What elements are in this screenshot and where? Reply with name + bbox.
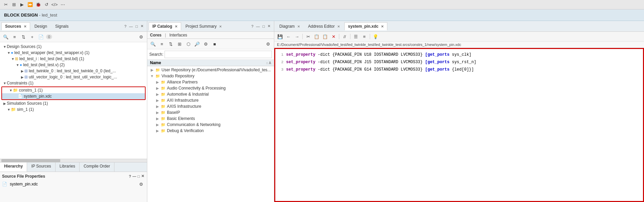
axi-arrow[interactable]: ▶	[155, 98, 159, 103]
copy-code-btn[interactable]: 📋	[313, 33, 320, 40]
user-repo-arrow[interactable]: ▶	[150, 68, 154, 72]
tree-system-pin-xdc[interactable]: 📄 system_pin.xdc	[2, 93, 145, 99]
tree-constrs-1[interactable]: ▼ 📁 constrs_1 (1)	[2, 87, 145, 93]
expand-wrapper-icon[interactable]: ▼	[7, 51, 11, 55]
ip-find-btn[interactable]: 🔎	[193, 40, 201, 48]
tab-hierarchy[interactable]: Hierarchy	[0, 162, 27, 172]
xdc-tab-close[interactable]: ✕	[381, 25, 384, 28]
baseip-arrow[interactable]: ▶	[155, 110, 159, 115]
ip-search-btn[interactable]: 🔍	[149, 40, 157, 48]
redo-btn[interactable]: →	[293, 33, 301, 40]
tab-address-editor[interactable]: Address Editor ✕	[304, 22, 344, 30]
save-file-btn[interactable]: 💾	[276, 33, 284, 40]
expand-led-twinkle-icon[interactable]: ▶	[20, 69, 24, 73]
mid-maximize-btn[interactable]: □	[262, 24, 265, 29]
auto-arrow[interactable]: ▶	[155, 92, 159, 97]
ip-audio[interactable]: ▶ 📁 Audio Connectivity & Processing	[147, 85, 274, 91]
interfaces-tab[interactable]: Interfaces	[169, 33, 187, 37]
ip-search-input[interactable]	[165, 51, 272, 58]
tab-sources[interactable]: Sources ✕	[1, 22, 30, 30]
settings-gear-btn[interactable]: ⚙	[137, 33, 145, 41]
scissors-icon[interactable]: ✂	[3, 2, 9, 8]
tab-ip-sources[interactable]: IP Sources	[27, 162, 55, 172]
tab-diagram[interactable]: Diagram ✕	[276, 22, 304, 30]
expand-constrs-icon[interactable]: ▼	[9, 89, 13, 92]
mid-help-btn[interactable]: ?	[251, 24, 254, 29]
expand-led-test-i-icon[interactable]: ▼	[11, 57, 15, 61]
refresh-icon[interactable]: ↺	[43, 2, 49, 8]
source-props-maximize[interactable]: □	[137, 174, 141, 179]
close-btn[interactable]: ✕	[140, 23, 144, 29]
tab-signals[interactable]: Signals	[51, 22, 72, 30]
source-props-close[interactable]: ✕	[141, 173, 145, 179]
basic-arrow[interactable]: ▶	[155, 117, 159, 121]
ip-axis-infra[interactable]: ▶ 📁 AXIS Infrastructure	[147, 103, 274, 109]
source-props-minimize[interactable]: —	[132, 174, 137, 179]
ip-catalog-close[interactable]: ✕	[175, 25, 177, 28]
tree-design-sources[interactable]: ▼ Design Sources (1)	[0, 44, 147, 50]
copy-icon[interactable]: ⊞	[11, 2, 17, 8]
collapse-btn[interactable]: ≡	[11, 33, 18, 41]
ip-settings-btn[interactable]: ⚙	[202, 40, 210, 48]
address-editor-close[interactable]: ✕	[337, 25, 340, 28]
expand-constraints-icon[interactable]: ▼	[3, 81, 7, 85]
tab-system-pin-xdc[interactable]: system_pin.xdc ✕	[344, 22, 387, 30]
source-props-help[interactable]: ?	[128, 174, 132, 179]
expand-design-sources-icon[interactable]: ▼	[3, 45, 7, 49]
minimize-btn[interactable]: —	[128, 24, 133, 29]
ip-comms[interactable]: ▶ 📁 Communication & Networking	[147, 122, 274, 128]
ip-vivado-repository[interactable]: ▼ 📁 Vivado Repository	[147, 73, 274, 79]
help-btn[interactable]: ?	[124, 24, 127, 29]
tab-libraries[interactable]: Libraries	[56, 162, 80, 172]
fast-forward-icon[interactable]: ⏩	[27, 2, 33, 8]
code-editor[interactable]: 1 set_property -dict {PACKAGE_PIN U18 IO…	[274, 48, 644, 202]
ip-gear-btn[interactable]: ⚙	[264, 40, 272, 48]
audio-arrow[interactable]: ▶	[155, 86, 159, 91]
ip-basic-elements[interactable]: ▶ 📁 Basic Elements	[147, 116, 274, 122]
cut-btn[interactable]: ✂	[304, 33, 312, 40]
tab-compile-order[interactable]: Compile Order	[80, 162, 114, 172]
tab-sources-close[interactable]: ✕	[24, 25, 26, 28]
indent-btn[interactable]: ☰	[352, 33, 360, 40]
tree-led-twinkle[interactable]: ▶ ⊞ led_twinkle_0 : led_test_led_twinkle…	[0, 68, 147, 74]
outdent-btn[interactable]: ≡	[361, 33, 368, 40]
ip-grid-btn[interactable]: ⊞	[176, 40, 183, 48]
ip-debug[interactable]: ▶ 📁 Debug & Verification	[147, 128, 274, 134]
tab-ip-catalog[interactable]: IP Catalog ✕	[149, 22, 181, 30]
comment-btn[interactable]: //	[341, 33, 348, 40]
add-btn[interactable]: +	[28, 33, 36, 41]
run-icon[interactable]: ▶	[19, 2, 25, 8]
maximize-btn[interactable]: □	[135, 24, 138, 29]
paste-btn[interactable]: 📋	[321, 33, 329, 40]
delete-btn[interactable]: ✕	[330, 33, 337, 40]
expand-util-vector-icon[interactable]: ▶	[20, 75, 24, 79]
expand-sim-icon[interactable]: ▶	[3, 102, 7, 105]
debug-icon[interactable]: 🐞	[35, 2, 41, 8]
tree-constraints[interactable]: ▼ Constraints (1)	[0, 80, 147, 86]
ip-connect-btn[interactable]: ⬡	[185, 40, 192, 48]
ip-user-repository[interactable]: ▶ 📁 User Repository (e:/Document/Profess…	[147, 67, 274, 73]
comms-arrow[interactable]: ▶	[155, 123, 159, 127]
undo-btn[interactable]: ←	[285, 33, 292, 40]
tree-led-test-i[interactable]: ▼ ⊞ led_test_i : led_test (led_test.bd) …	[0, 56, 147, 62]
tab-design[interactable]: Design	[31, 22, 51, 30]
tree-util-vector[interactable]: ▶ ⊞ util_vector_logic_0 : led_test_util_…	[0, 74, 147, 80]
expand-sim1-icon[interactable]: ▼	[7, 108, 11, 111]
diagram-close[interactable]: ✕	[297, 25, 300, 28]
file-btn[interactable]: 📄	[37, 33, 45, 41]
lightbulb-btn[interactable]: 💡	[372, 33, 379, 40]
project-summary-close[interactable]: ✕	[219, 25, 222, 28]
ip-filter-btn[interactable]: ⇅	[167, 40, 174, 48]
ip-axi-infra[interactable]: ▶ 📁 AXI Infrastructure	[147, 97, 274, 103]
more-icon[interactable]: ⋯	[60, 2, 66, 8]
vivado-repo-arrow[interactable]: ▼	[150, 74, 154, 78]
tree-led-test-wrapper[interactable]: ▼ ● led_test_wrapper (led_test_wrapper.v…	[0, 50, 147, 56]
ip-collapse-btn[interactable]: ≡	[158, 40, 166, 48]
left-scrollbar-h[interactable]	[0, 159, 147, 162]
code-icon[interactable]: </>	[51, 2, 58, 8]
ip-stop-btn[interactable]: ■	[211, 40, 218, 48]
sort-btn[interactable]: ⇅	[20, 33, 27, 41]
axis-arrow[interactable]: ▶	[155, 104, 159, 109]
ip-tree[interactable]: ▶ 📁 User Repository (e:/Document/Profess…	[147, 66, 274, 202]
col-resize-icon[interactable]: ↕ A	[266, 61, 271, 65]
